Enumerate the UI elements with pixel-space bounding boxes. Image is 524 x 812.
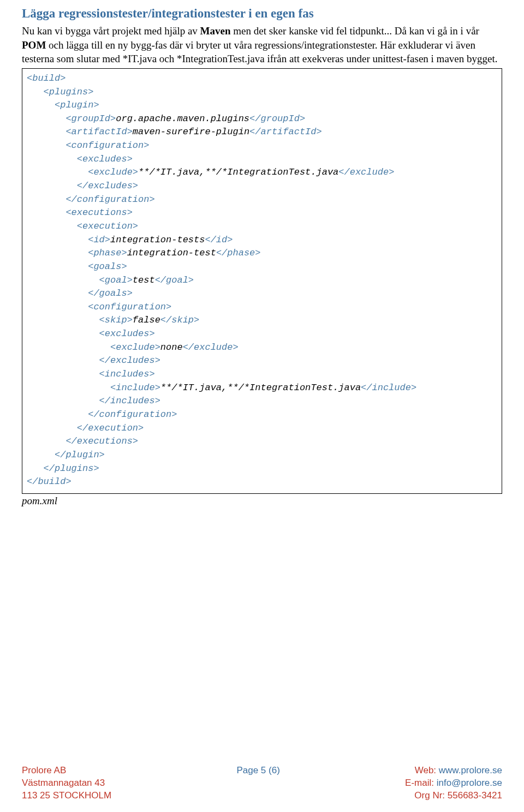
code-line: </plugin> xyxy=(27,449,497,462)
para-bold-maven: Maven xyxy=(200,25,231,37)
footer-left: Prolore AB Västmannagatan 43 113 25 STOC… xyxy=(22,765,111,802)
footer-city: 113 25 STOCKHOLM xyxy=(22,790,111,802)
code-caption: pom.xml xyxy=(22,495,502,507)
code-line: <excludes> xyxy=(27,327,497,341)
code-line: </execution> xyxy=(27,422,497,435)
para-text: Nu kan vi bygga vårt projekt med hjälp a… xyxy=(22,25,200,37)
footer-web: Web: www.prolore.se xyxy=(405,765,502,777)
code-line: </configuration> xyxy=(27,193,497,207)
code-line: <configuration> xyxy=(27,301,497,314)
code-line: <exclude>none</exclude> xyxy=(27,341,497,355)
code-line: </excludes> xyxy=(27,354,497,368)
code-line: <groupId>org.apache.maven.plugins</group… xyxy=(27,112,497,126)
code-line: <build> xyxy=(27,72,497,86)
code-line: <exclude>**/*IT.java,**/*IntegrationTest… xyxy=(27,166,497,180)
para-text: men det sker kanske vid fel tidpunkt... … xyxy=(231,25,479,37)
code-line: <phase>integration-test</phase> xyxy=(27,247,497,260)
footer-email-link[interactable]: info@prolore.se xyxy=(437,778,502,788)
code-line: <plugins> xyxy=(27,86,497,99)
code-line: <excludes> xyxy=(27,153,497,166)
intro-paragraph: Nu kan vi bygga vårt projekt med hjälp a… xyxy=(22,24,502,66)
code-line: <skip>false</skip> xyxy=(27,314,497,327)
code-line: <goal>test</goal> xyxy=(27,274,497,288)
footer-orgnr: Org Nr: 556683-3421 xyxy=(405,790,502,802)
code-line: </plugins> xyxy=(27,462,497,476)
footer-email: E-mail: info@prolore.se xyxy=(405,777,502,790)
code-line: <configuration> xyxy=(27,139,497,153)
page-footer: Prolore AB Västmannagatan 43 113 25 STOC… xyxy=(22,765,502,802)
para-text: och lägga till en ny bygg-fas där vi bry… xyxy=(22,39,497,65)
section-heading: Lägga regressionstester/integrationstest… xyxy=(22,7,502,21)
code-line: </build> xyxy=(27,475,497,489)
code-line: </includes> xyxy=(27,395,497,408)
footer-web-link[interactable]: www.prolore.se xyxy=(439,765,502,775)
code-line: </configuration> xyxy=(27,408,497,422)
footer-street: Västmannagatan 43 xyxy=(22,777,111,790)
code-line: <includes> xyxy=(27,368,497,381)
code-line: <include>**/*IT.java,**/*IntegrationTest… xyxy=(27,381,497,395)
code-line: <id>integration-tests</id> xyxy=(27,234,497,247)
code-block-pom-xml: <build> <plugins> <plugin> <groupId>org.… xyxy=(22,68,502,494)
code-line: <executions> xyxy=(27,206,497,220)
code-line: </excludes> xyxy=(27,180,497,193)
code-line: <plugin> xyxy=(27,99,497,112)
footer-right: Web: www.prolore.se E-mail: info@prolore… xyxy=(405,765,502,802)
code-line: </executions> xyxy=(27,435,497,449)
code-line: <goals> xyxy=(27,260,497,274)
code-line: </goals> xyxy=(27,287,497,301)
footer-page-number: Page 5 (6) xyxy=(236,765,279,802)
para-bold-pom: POM xyxy=(22,39,46,51)
footer-company: Prolore AB xyxy=(22,765,111,777)
code-line: <execution> xyxy=(27,220,497,234)
code-line: <artifactId>maven-surefire-plugin</artif… xyxy=(27,126,497,139)
